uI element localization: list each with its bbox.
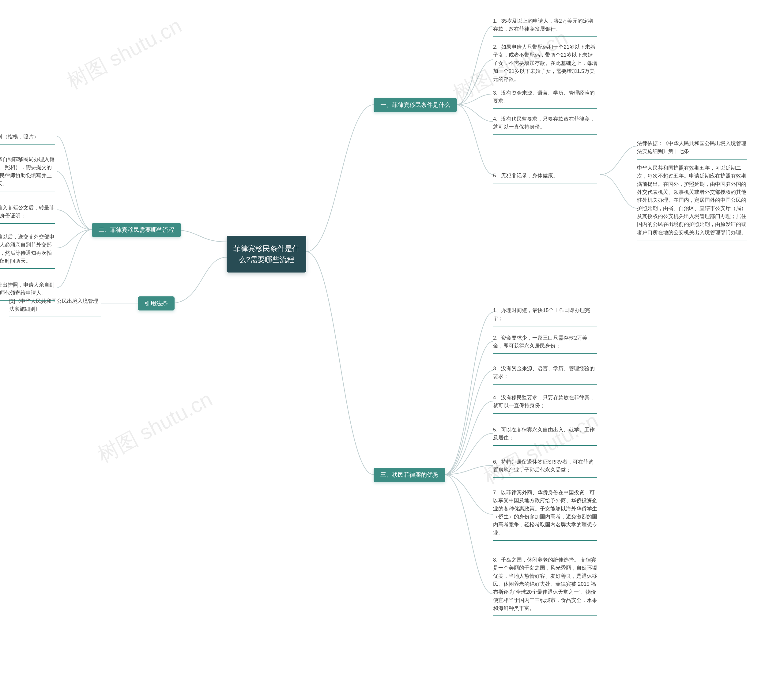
leaf-b1-3: 3、没有资金来源、语言、学历、管理经验的要求。 (493, 87, 597, 109)
leaf-b2-1: 1、递交申请材料（指模，照片） (0, 131, 55, 144)
leaf-b3-1: 1、办理时间短，最快15个工作日即办理完毕； (493, 305, 597, 326)
root-node[interactable]: 菲律宾移民条件是什么?需要哪些流程 (227, 236, 306, 273)
leaf-b3-5: 5、可以在菲律宾永久自由出入、就学、工作及居住； (493, 424, 597, 446)
leaf-b3-2: 2、资金要求少，一家三口只需存款2万美金，即可获得永久居民身份； (493, 332, 597, 354)
leaf-b2-4: 4、入籍证明批准以后，送交菲外交部申请护照时，申请人必须亲自到菲外交部送件，确认… (0, 231, 55, 269)
branch-3-label: 三、移民菲律宾的优势 (380, 471, 439, 479)
branch-4[interactable]: 引用法条 (138, 297, 174, 311)
leaf-b1-5b: 中华人民共和国护照有效期五年，可以延期二次，每次不超过五年。申请延期应在护照有效… (637, 162, 747, 241)
branch-2[interactable]: 二、菲律宾移民需要哪些流程 (92, 223, 181, 237)
branch-2-label: 二、菲律宾移民需要哪些流程 (99, 226, 174, 234)
branch-4-label: 引用法条 (145, 300, 168, 307)
leaf-b3-8: 8、千岛之国，休闲养老的绝佳选择。 菲律宾是一个美丽的千岛之国，风光秀丽，自然环… (493, 554, 597, 616)
leaf-b2-3: 3、待司法部批准入菲籍公文后，转呈菲移民局申请菲籍身份证明； (0, 202, 55, 224)
leaf-b1-5a: 法律依据：《中华人民共和国公民出境入境管理法实施细则》第十七条 (637, 138, 747, 160)
leaf-b1-4: 4、没有移民监要求，只要存款放在菲律宾，就可以一直保持身份。 (493, 113, 597, 135)
leaf-b4-1: [1]《中华人民共和国公民出境入境管理法实施细则》 (9, 295, 101, 317)
leaf-b1-2: 2、如果申请人只带配偶和一个21岁以下未婚子女，或者不带配偶，带两个21岁以下未… (493, 41, 597, 87)
branch-1[interactable]: 一、菲律宾移民条件是什么 (373, 98, 457, 112)
leaf-b3-6: 6、持特别居留退休签证SRRV者，可在菲购置房地产业，子孙后代永久受益； (493, 456, 597, 478)
leaf-b3-3: 3、没有资金来源、语言、学历、管理经验的要求； (493, 363, 597, 385)
branch-1-label: 一、菲律宾移民条件是什么 (380, 101, 450, 109)
leaf-b2-2: 2、申请人必须亲自到菲移民局办理入籍手续（采集指模、照相），需要提交的资料由我们… (0, 154, 55, 191)
leaf-b3-4: 4、没有移民监要求，只要存款放在菲律宾，就可以一直保持身份； (493, 392, 597, 414)
leaf-b1-5: 5、无犯罪记录，身体健康。 (493, 170, 597, 183)
branch-3[interactable]: 三、移民菲律宾的优势 (373, 468, 445, 482)
root-title: 菲律宾移民条件是什么?需要哪些流程 (233, 244, 300, 264)
leaf-b1-1: 1、35岁及以上的申请人，将2万美元的定期存款，放在菲律宾发展银行。 (493, 15, 597, 37)
mindmap-canvas: 树图 shutu.cn 树图 shutu.cn 树图 shutu.cn 树图 s… (0, 0, 784, 677)
leaf-b3-7: 7、以菲律宾外商、华侨身份在中国投资，可以享受中国及地方政府给予外商、华侨投资企… (493, 487, 597, 541)
